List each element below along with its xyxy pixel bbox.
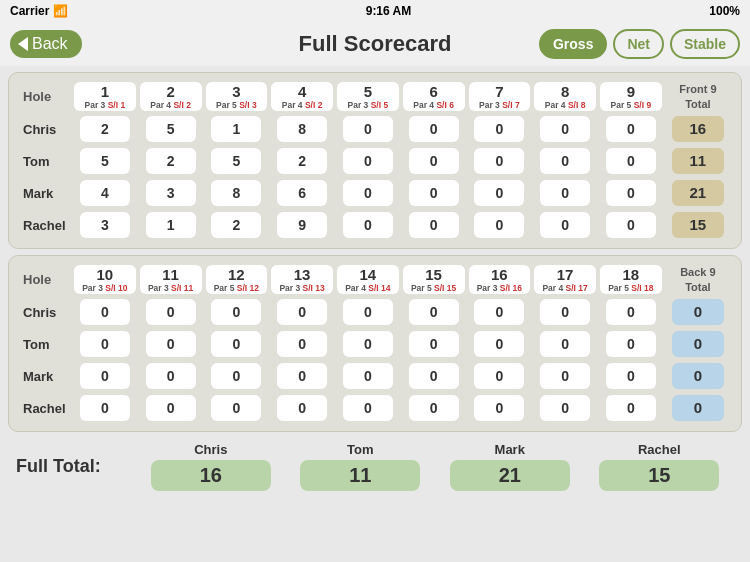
score-cell[interactable]: 0 bbox=[533, 210, 597, 240]
main-content: Hole1Par 3 S/I 12Par 4 S/I 23Par 5 S/I 3… bbox=[0, 66, 750, 501]
score-cell[interactable]: 0 bbox=[533, 178, 597, 208]
score-cell[interactable]: 0 bbox=[533, 329, 597, 359]
score-cell[interactable]: 0 bbox=[270, 393, 334, 423]
score-cell[interactable]: 0 bbox=[336, 361, 400, 391]
full-total-player-name: Tom bbox=[347, 442, 373, 457]
score-cell[interactable]: 0 bbox=[468, 146, 532, 176]
full-total-player: Chris16 bbox=[151, 442, 271, 491]
score-cell[interactable]: 0 bbox=[139, 297, 203, 327]
total-cell: 11 bbox=[665, 146, 731, 176]
player-name: Chris bbox=[19, 297, 71, 327]
score-cell[interactable]: 0 bbox=[336, 114, 400, 144]
score-cell[interactable]: 0 bbox=[533, 146, 597, 176]
score-cell[interactable]: 0 bbox=[599, 210, 663, 240]
carrier-text: Carrier 📶 bbox=[10, 4, 68, 18]
score-cell[interactable]: 2 bbox=[139, 146, 203, 176]
score-cell[interactable]: 0 bbox=[73, 297, 137, 327]
score-cell[interactable]: 0 bbox=[205, 329, 269, 359]
player-name: Tom bbox=[19, 329, 71, 359]
gross-button[interactable]: Gross bbox=[539, 29, 607, 59]
score-cell[interactable]: 0 bbox=[599, 361, 663, 391]
hole-18-header: 18Par 5 S/I 18 bbox=[599, 264, 663, 295]
score-cell[interactable]: 0 bbox=[270, 329, 334, 359]
score-cell[interactable]: 0 bbox=[336, 146, 400, 176]
score-cell[interactable]: 1 bbox=[139, 210, 203, 240]
score-cell[interactable]: 6 bbox=[270, 178, 334, 208]
score-cell[interactable]: 0 bbox=[336, 393, 400, 423]
score-cell[interactable]: 0 bbox=[205, 361, 269, 391]
score-cell[interactable]: 0 bbox=[402, 297, 466, 327]
score-cell[interactable]: 0 bbox=[468, 393, 532, 423]
score-cell[interactable]: 0 bbox=[402, 329, 466, 359]
score-cell[interactable]: 0 bbox=[139, 329, 203, 359]
hole-17-header: 17Par 4 S/I 17 bbox=[533, 264, 597, 295]
score-cell[interactable]: 0 bbox=[402, 146, 466, 176]
hole-2-header: 2Par 4 S/I 2 bbox=[139, 81, 203, 112]
stable-button[interactable]: Stable bbox=[670, 29, 740, 59]
score-cell[interactable]: 0 bbox=[402, 178, 466, 208]
score-cell[interactable]: 5 bbox=[205, 146, 269, 176]
hole-7-header: 7Par 3 S/I 7 bbox=[468, 81, 532, 112]
player-row: Rachel0000000000 bbox=[19, 393, 731, 423]
score-cell[interactable]: 3 bbox=[73, 210, 137, 240]
score-cell[interactable]: 0 bbox=[270, 297, 334, 327]
score-cell[interactable]: 0 bbox=[468, 210, 532, 240]
score-cell[interactable]: 0 bbox=[205, 393, 269, 423]
score-cell[interactable]: 8 bbox=[270, 114, 334, 144]
player-row: Mark0000000000 bbox=[19, 361, 731, 391]
back-button[interactable]: Back bbox=[10, 30, 82, 58]
score-cell[interactable]: 0 bbox=[468, 361, 532, 391]
score-cell[interactable]: 0 bbox=[139, 361, 203, 391]
total-cell: 0 bbox=[665, 297, 731, 327]
score-cell[interactable]: 0 bbox=[533, 297, 597, 327]
score-cell[interactable]: 0 bbox=[599, 393, 663, 423]
score-cell[interactable]: 8 bbox=[205, 178, 269, 208]
score-cell[interactable]: 0 bbox=[402, 393, 466, 423]
score-cell[interactable]: 0 bbox=[468, 114, 532, 144]
full-total-player: Tom11 bbox=[300, 442, 420, 491]
score-cell[interactable]: 0 bbox=[468, 329, 532, 359]
score-cell[interactable]: 0 bbox=[533, 114, 597, 144]
score-cell[interactable]: 0 bbox=[468, 297, 532, 327]
hole-10-header: 10Par 3 S/I 10 bbox=[73, 264, 137, 295]
score-cell[interactable]: 1 bbox=[205, 114, 269, 144]
score-cell[interactable]: 2 bbox=[205, 210, 269, 240]
score-cell[interactable]: 2 bbox=[270, 146, 334, 176]
score-cell[interactable]: 4 bbox=[73, 178, 137, 208]
score-cell[interactable]: 3 bbox=[139, 178, 203, 208]
hole-8-header: 8Par 4 S/I 8 bbox=[533, 81, 597, 112]
score-cell[interactable]: 0 bbox=[73, 393, 137, 423]
total-cell: 0 bbox=[665, 393, 731, 423]
score-cell[interactable]: 0 bbox=[139, 393, 203, 423]
full-total-player: Rachel15 bbox=[599, 442, 719, 491]
score-cell[interactable]: 2 bbox=[73, 114, 137, 144]
score-cell[interactable]: 0 bbox=[599, 114, 663, 144]
hole-9-header: 9Par 5 S/I 9 bbox=[599, 81, 663, 112]
score-cell[interactable]: 0 bbox=[533, 393, 597, 423]
score-cell[interactable]: 5 bbox=[139, 114, 203, 144]
score-cell[interactable]: 0 bbox=[599, 146, 663, 176]
score-cell[interactable]: 0 bbox=[402, 114, 466, 144]
score-cell[interactable]: 9 bbox=[270, 210, 334, 240]
score-cell[interactable]: 0 bbox=[73, 329, 137, 359]
hole-6-header: 6Par 4 S/I 6 bbox=[402, 81, 466, 112]
score-cell[interactable]: 0 bbox=[599, 178, 663, 208]
score-cell[interactable]: 0 bbox=[402, 210, 466, 240]
score-cell[interactable]: 0 bbox=[336, 329, 400, 359]
score-cell[interactable]: 0 bbox=[270, 361, 334, 391]
full-total-player: Mark21 bbox=[450, 442, 570, 491]
player-row: Rachel31290000015 bbox=[19, 210, 731, 240]
net-button[interactable]: Net bbox=[613, 29, 664, 59]
score-cell[interactable]: 0 bbox=[336, 178, 400, 208]
score-cell[interactable]: 0 bbox=[205, 297, 269, 327]
score-cell[interactable]: 0 bbox=[336, 210, 400, 240]
score-cell[interactable]: 0 bbox=[73, 361, 137, 391]
score-cell[interactable]: 0 bbox=[599, 329, 663, 359]
back-label: Back bbox=[32, 35, 68, 53]
score-cell[interactable]: 0 bbox=[336, 297, 400, 327]
score-cell[interactable]: 0 bbox=[402, 361, 466, 391]
score-cell[interactable]: 0 bbox=[599, 297, 663, 327]
score-cell[interactable]: 5 bbox=[73, 146, 137, 176]
score-cell[interactable]: 0 bbox=[468, 178, 532, 208]
score-cell[interactable]: 0 bbox=[533, 361, 597, 391]
